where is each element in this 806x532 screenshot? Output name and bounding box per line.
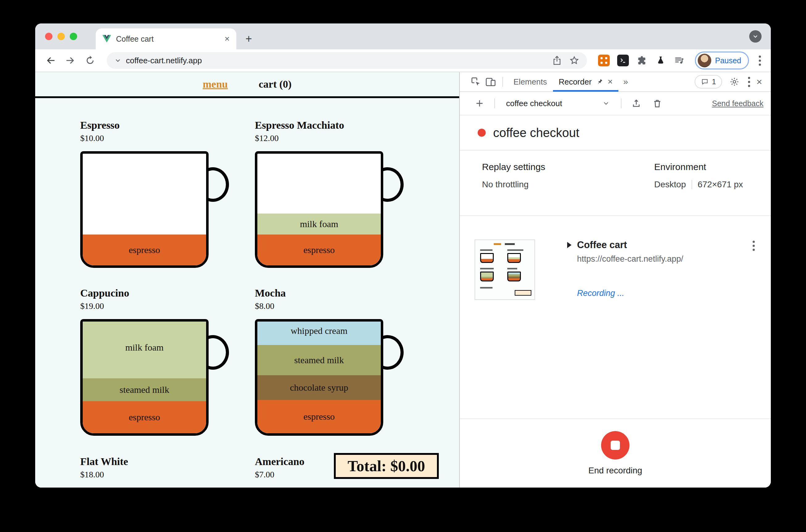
recording-indicator-dot [478, 129, 486, 137]
app-nav: menu cart (0) [35, 72, 459, 98]
mocha-cup[interactable]: whipped cream steamed milk chocolate syr… [255, 319, 383, 436]
throttling-value: No throttling [482, 179, 529, 189]
new-tab-button[interactable]: + [240, 30, 257, 48]
menu-item-espresso: Espresso $10.00 espresso [80, 119, 209, 268]
send-feedback-link[interactable]: Send feedback [712, 99, 763, 108]
browser-tab[interactable]: Coffee cart × [96, 28, 236, 50]
item-name: Espresso [80, 119, 209, 131]
pin-icon [596, 78, 603, 86]
url-text[interactable]: coffee-cart.netlify.app [126, 56, 202, 65]
zoom-window-button[interactable] [70, 33, 77, 40]
item-price: $8.00 [255, 301, 383, 312]
devtools-menu-icon[interactable] [746, 77, 753, 87]
browser-toolbar: coffee-cart.netlify.app [35, 50, 771, 72]
step-title-row[interactable]: Coffee cart [567, 240, 761, 251]
recording-select-value: coffee checkout [506, 99, 562, 108]
tab-recorder-label: Recorder [558, 77, 592, 87]
tab-overview-button[interactable] [749, 30, 762, 43]
espresso-layer: espresso [257, 234, 381, 265]
environment-label[interactable]: Environment [654, 162, 743, 172]
forward-button[interactable] [62, 53, 78, 69]
extensions-puzzle-icon[interactable] [636, 55, 648, 66]
tab-title: Coffee cart [116, 35, 220, 43]
tab-elements[interactable]: Elements [507, 72, 553, 92]
tab-recorder[interactable]: Recorder × [553, 72, 618, 92]
recording-titlebar: coffee checkout [460, 115, 771, 151]
delete-recording-icon[interactable] [650, 96, 665, 111]
chocolate-syrup-layer: chocolate syrup [257, 375, 381, 400]
nav-link-cart[interactable]: cart (0) [258, 78, 292, 90]
screen: Coffee cart × + coffee-cart [0, 0, 806, 532]
steamed-milk-layer: steamed milk [83, 378, 206, 401]
traffic-lights [45, 23, 77, 50]
bookmark-star-icon[interactable] [569, 55, 579, 66]
extension-flask-icon[interactable] [655, 55, 666, 66]
espresso-macchiato-cup[interactable]: milk foam espresso [255, 151, 383, 268]
share-icon[interactable] [552, 55, 562, 66]
recording-select[interactable]: coffee checkout [502, 99, 613, 108]
browser-menu-icon[interactable] [756, 56, 763, 66]
extension-icons: Paused [598, 52, 763, 70]
minimize-window-button[interactable] [57, 33, 65, 40]
environment-viewport: 672×671 px [698, 179, 743, 189]
expand-step-icon[interactable] [567, 242, 572, 248]
coffee-app: menu cart (0) Espresso $10.00 espresso [35, 72, 459, 488]
menu-item-cappucino: Cappucino $19.00 milk foam steamed milk … [80, 287, 209, 436]
espresso-cup[interactable]: espresso [80, 151, 209, 268]
browser-window: Coffee cart × + coffee-cart [35, 23, 771, 488]
profile-avatar [698, 54, 711, 67]
cart-total-button[interactable]: Total: $0.00 [334, 453, 439, 479]
cappucino-cup[interactable]: milk foam steamed milk espresso [80, 319, 209, 436]
more-tabs-chevron[interactable]: » [618, 77, 633, 87]
recording-status: Recording ... [577, 288, 761, 298]
recording-step: Coffee cart https://coffee-cart.netlify.… [460, 216, 771, 418]
page-thumbnail [475, 240, 535, 300]
steamed-milk-layer: steamed milk [257, 345, 381, 375]
devtools-panel: Elements Recorder × » 1 [459, 72, 771, 488]
extension-terminal-icon[interactable] [617, 55, 629, 66]
address-bar[interactable]: coffee-cart.netlify.app [107, 52, 587, 69]
item-name: Espresso Macchiato [255, 119, 383, 131]
whipped-cream-layer: whipped cream [257, 319, 381, 345]
replay-settings-label[interactable]: Replay settings [482, 162, 654, 172]
reading-list-icon[interactable] [673, 55, 685, 66]
espresso-layer: espresso [257, 400, 381, 433]
milk-foam-layer: milk foam [257, 213, 381, 234]
devtools-settings-icon[interactable] [727, 74, 742, 89]
nav-link-menu[interactable]: menu [203, 78, 228, 90]
menu-item-mocha: Mocha $8.00 whipped cream steamed milk c… [255, 287, 383, 436]
extension-orange-icon[interactable] [598, 55, 610, 66]
export-recording-icon[interactable] [629, 96, 644, 111]
reload-button[interactable] [82, 53, 98, 69]
issues-count: 1 [712, 77, 716, 86]
device-toolbar-icon[interactable] [483, 74, 498, 89]
sync-status-label: Paused [715, 56, 741, 65]
step-menu-icon[interactable] [750, 241, 757, 251]
issues-badge[interactable]: 1 [695, 75, 722, 89]
end-recording-button[interactable] [601, 431, 630, 459]
site-info-chevron-icon[interactable] [114, 57, 121, 64]
item-name: Mocha [255, 287, 383, 299]
stop-icon [611, 441, 620, 450]
inspect-element-icon[interactable] [468, 74, 483, 89]
item-price: $10.00 [80, 133, 209, 144]
environment-device: Desktop [654, 179, 686, 189]
profile-pill[interactable]: Paused [695, 52, 749, 70]
menu-list: Espresso $10.00 espresso Espresso Macchi… [35, 98, 459, 488]
close-window-button[interactable] [45, 33, 53, 40]
close-recorder-tab-icon[interactable]: × [608, 77, 613, 86]
tab-strip: Coffee cart × + [35, 23, 771, 50]
back-button[interactable] [43, 53, 59, 69]
item-name: Cappucino [80, 287, 209, 299]
item-price: $18.00 [80, 469, 209, 480]
end-recording-label: End recording [589, 466, 642, 476]
close-devtools-icon[interactable]: × [753, 76, 766, 88]
add-recording-icon[interactable] [472, 96, 487, 111]
devtools-tabbar: Elements Recorder × » 1 [460, 72, 771, 92]
tab-close-icon[interactable]: × [225, 35, 230, 43]
recording-settings: Replay settings No throttling Environmen… [460, 151, 771, 216]
vue-favicon [102, 35, 111, 43]
espresso-layer: espresso [83, 234, 206, 265]
recorder-footer: End recording [460, 418, 771, 488]
item-price: $12.00 [255, 133, 383, 144]
